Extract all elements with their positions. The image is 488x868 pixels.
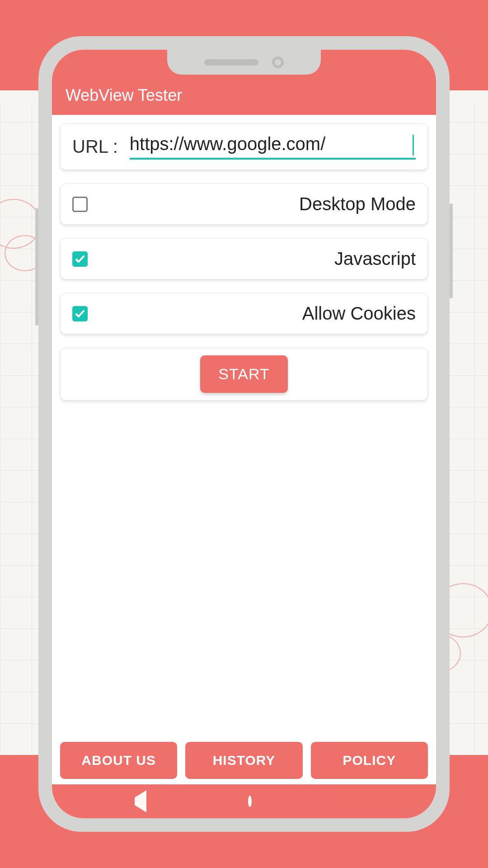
url-card: URL : https://www.google.com/ — [60, 123, 428, 170]
spacer — [60, 414, 428, 742]
url-input[interactable]: https://www.google.com/ — [130, 134, 416, 160]
speaker-icon — [204, 59, 258, 66]
nav-back-button[interactable] — [135, 797, 146, 806]
url-label: URL : — [72, 137, 118, 157]
policy-button[interactable]: POLICY — [311, 742, 428, 779]
option-label: Allow Cookies — [302, 303, 416, 324]
camera-icon — [272, 57, 284, 68]
bottom-button-bar: ABOUT US HISTORY POLICY — [52, 742, 436, 784]
option-label: Desktop Mode — [299, 194, 416, 214]
option-allow-cookies[interactable]: Allow Cookies — [60, 293, 428, 334]
input-underline — [130, 158, 416, 160]
nav-home-button[interactable] — [248, 797, 252, 806]
start-button[interactable]: START — [200, 355, 287, 393]
android-nav-bar — [52, 784, 436, 818]
option-label: Javascript — [334, 249, 416, 269]
checkbox-checked-icon[interactable] — [72, 306, 88, 321]
option-desktop-mode[interactable]: Desktop Mode — [60, 184, 428, 225]
phone-frame: WebView Tester URL : https://www.google.… — [38, 36, 450, 832]
main-content: URL : https://www.google.com/ Desktop Mo… — [52, 115, 436, 742]
text-caret-icon — [413, 135, 414, 156]
start-card: START — [60, 348, 428, 401]
url-value: https://www.google.com/ — [130, 134, 416, 158]
home-circle-icon — [248, 796, 252, 807]
checkbox-checked-icon[interactable] — [72, 251, 88, 267]
app-title: WebView Tester — [66, 86, 182, 105]
phone-screen: WebView Tester URL : https://www.google.… — [52, 50, 436, 818]
phone-notch — [167, 50, 321, 75]
checkbox-unchecked-icon[interactable] — [72, 197, 88, 212]
back-triangle-icon — [135, 790, 146, 812]
option-javascript[interactable]: Javascript — [60, 238, 428, 279]
history-button[interactable]: HISTORY — [185, 742, 302, 779]
about-us-button[interactable]: ABOUT US — [60, 742, 177, 779]
